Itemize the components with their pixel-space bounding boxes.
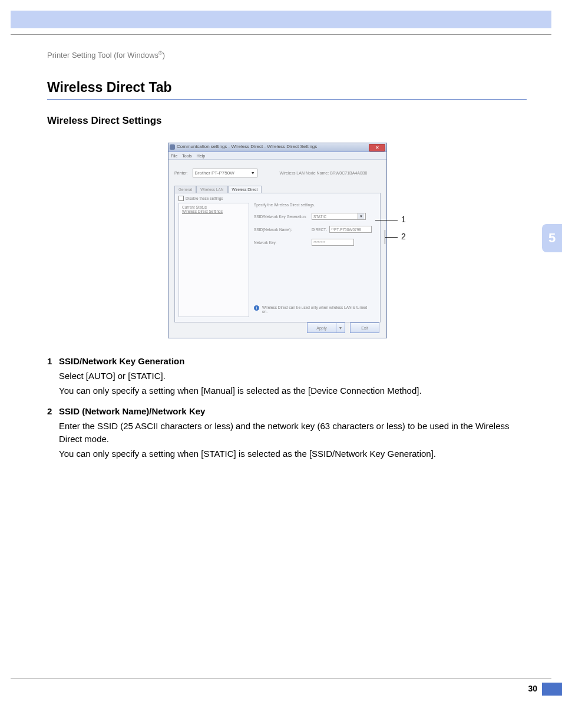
disable-label: Disable these settings	[186, 196, 223, 200]
item-title: SSID/Network Key Generation	[59, 355, 184, 368]
node-name: Wireless LAN Node Name: BRW0C71BA4A0B0	[280, 171, 368, 175]
toolbar: Printer: Brother PT-P750W ▼ Wireless LAN…	[168, 160, 386, 186]
chevron-down-icon: ▼	[358, 213, 364, 219]
tab-wireless-lan[interactable]: Wireless LAN	[196, 186, 227, 193]
ssid-name-label: SSID(Network Name):	[254, 228, 312, 232]
printer-value: Brother PT-P750W	[195, 170, 234, 176]
printer-select[interactable]: Brother PT-P750W ▼	[193, 169, 257, 177]
page-number: 30	[528, 684, 537, 693]
exit-button[interactable]: Exit	[350, 322, 379, 333]
title-rule	[47, 99, 527, 100]
apply-menu-button[interactable]: ▼	[336, 322, 345, 333]
item-title: SSID (Network Name)/Network Key	[59, 405, 205, 418]
note-text: Wireless Direct can be used only when wi…	[262, 305, 373, 314]
tabs: General Wireless LAN Wireless Direct	[174, 186, 386, 193]
nav-tree: Current Status Wireless Direct Settings	[178, 203, 249, 317]
menu-help[interactable]: Help	[197, 154, 205, 158]
top-bar	[11, 11, 551, 28]
titlebar-text: Communication settings - Wireless Direct…	[177, 144, 317, 149]
item-desc: You can only specify a setting when [STA…	[59, 447, 527, 460]
callout-2: 2	[401, 232, 406, 241]
menu-tools[interactable]: Tools	[182, 154, 191, 158]
settings-panel: Disable these settings Current Status Wi…	[174, 193, 381, 322]
item-desc: Enter the SSID (25 ASCII characters or l…	[59, 420, 527, 446]
page-title: Wireless Direct Tab	[47, 80, 172, 95]
section-label: Specify the Wireless Direct settings.	[254, 203, 315, 207]
dialog-window: Communication settings - Wireless Direct…	[168, 143, 387, 338]
menubar: File Tools Help	[168, 152, 386, 160]
tree-item-wd-settings[interactable]: Wireless Direct Settings	[182, 209, 246, 213]
ssid-name-input[interactable]: **PT-P750W0798	[329, 226, 372, 233]
tab-general[interactable]: General	[174, 186, 196, 193]
app-icon	[170, 144, 175, 150]
page-number-tab	[542, 683, 562, 696]
ssid-prefix: DIRECT-	[312, 228, 327, 232]
breadcrumb-pre: Printer Setting Tool (for Windows	[47, 51, 158, 60]
header-rule	[11, 34, 551, 35]
breadcrumb-sup: ®	[158, 50, 163, 56]
menu-file[interactable]: File	[171, 154, 177, 158]
body-text: 1 SSID/Network Key Generation Select [AU…	[47, 353, 527, 460]
network-key-label: Network Key:	[254, 241, 312, 245]
ssid-gen-label: SSID/Network Key Generation:	[254, 215, 312, 219]
subheading: Wireless Direct Settings	[47, 115, 161, 127]
chevron-down-icon: ▼	[251, 171, 255, 175]
screenshot-figure: Communication settings - Wireless Direct…	[168, 143, 392, 340]
item-desc: You can only specify a setting when [Man…	[59, 384, 527, 397]
button-row: Apply ▼ Exit	[307, 322, 379, 333]
apply-button[interactable]: Apply	[307, 322, 336, 333]
tree-item-status[interactable]: Current Status	[182, 205, 246, 209]
network-key-input[interactable]: ********	[312, 239, 354, 246]
footer-rule	[11, 678, 551, 678]
info-icon: i	[254, 305, 259, 311]
item-desc: Select [AUTO] or [STATIC].	[59, 370, 527, 383]
printer-label: Printer:	[174, 171, 188, 175]
item-num: 2	[47, 405, 59, 418]
disable-checkbox[interactable]: Disable these settings	[178, 196, 223, 201]
breadcrumb: Printer Setting Tool (for Windows®)	[47, 50, 165, 60]
item-num: 1	[47, 355, 59, 368]
close-button[interactable]: ✕	[369, 144, 385, 151]
chapter-tab: 5	[542, 224, 562, 252]
ssid-gen-select[interactable]: STATIC ▼	[312, 213, 366, 220]
tab-wireless-direct[interactable]: Wireless Direct	[228, 186, 262, 193]
checkbox-icon	[178, 196, 184, 201]
callout-1: 1	[401, 215, 406, 224]
ssid-gen-value: STATIC	[313, 215, 326, 219]
settings-area: Specify the Wireless Direct settings. SS…	[254, 203, 376, 317]
info-note: i Wireless Direct can be used only when …	[254, 305, 373, 314]
breadcrumb-post: )	[163, 51, 165, 60]
titlebar: Communication settings - Wireless Direct…	[168, 143, 386, 152]
